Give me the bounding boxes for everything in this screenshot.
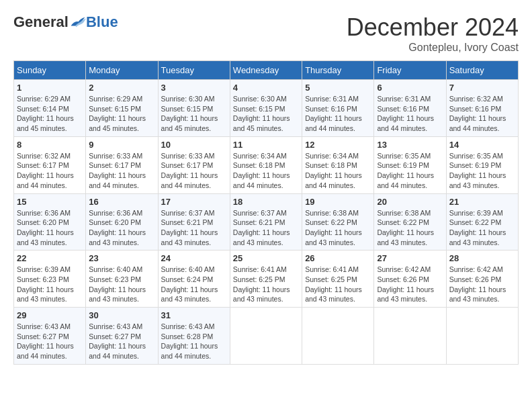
day-number: 3 [161, 83, 227, 93]
day-info: Sunrise: 6:42 AMSunset: 6:26 PMDaylight:… [377, 265, 434, 303]
col-thursday: Thursday [302, 61, 374, 80]
day-number: 31 [161, 310, 227, 320]
calendar-day-28: 28Sunrise: 6:42 AMSunset: 6:26 PMDayligh… [446, 250, 518, 308]
day-info: Sunrise: 6:40 AMSunset: 6:23 PMDaylight:… [89, 265, 146, 303]
calendar-day-15: 15Sunrise: 6:36 AMSunset: 6:20 PMDayligh… [14, 193, 86, 250]
calendar-day-26: 26Sunrise: 6:41 AMSunset: 6:25 PMDayligh… [302, 250, 374, 308]
calendar-empty [230, 308, 302, 365]
day-info: Sunrise: 6:30 AMSunset: 6:15 PMDaylight:… [233, 95, 290, 132]
col-saturday: Saturday [446, 61, 518, 80]
day-info: Sunrise: 6:35 AMSunset: 6:19 PMDaylight:… [377, 152, 434, 189]
day-info: Sunrise: 6:33 AMSunset: 6:17 PMDaylight:… [89, 152, 146, 189]
day-number: 27 [377, 253, 443, 263]
calendar-table: Sunday Monday Tuesday Wednesday Thursday… [13, 60, 519, 365]
col-friday: Friday [374, 61, 446, 80]
calendar-day-17: 17Sunrise: 6:37 AMSunset: 6:21 PMDayligh… [158, 193, 230, 250]
calendar-week-3: 15Sunrise: 6:36 AMSunset: 6:20 PMDayligh… [14, 193, 519, 250]
day-number: 19 [305, 197, 371, 207]
day-number: 1 [17, 83, 83, 93]
day-number: 24 [161, 253, 227, 263]
calendar-day-29: 29Sunrise: 6:43 AMSunset: 6:27 PMDayligh… [14, 308, 86, 365]
day-number: 6 [377, 83, 443, 93]
day-info: Sunrise: 6:38 AMSunset: 6:22 PMDaylight:… [305, 209, 362, 246]
calendar-day-20: 20Sunrise: 6:38 AMSunset: 6:22 PMDayligh… [374, 193, 446, 250]
day-number: 20 [377, 197, 443, 207]
calendar-day-30: 30Sunrise: 6:43 AMSunset: 6:27 PMDayligh… [86, 308, 158, 365]
title-area: December 2024 Gontepleu, Ivory Coast [347, 13, 519, 54]
day-info: Sunrise: 6:41 AMSunset: 6:25 PMDaylight:… [233, 265, 290, 303]
day-info: Sunrise: 6:29 AMSunset: 6:14 PMDaylight:… [17, 95, 74, 132]
day-number: 5 [305, 83, 371, 93]
calendar-day-5: 5Sunrise: 6:31 AMSunset: 6:16 PMDaylight… [302, 80, 374, 137]
calendar-day-2: 2Sunrise: 6:29 AMSunset: 6:15 PMDaylight… [86, 80, 158, 137]
day-info: Sunrise: 6:42 AMSunset: 6:26 PMDaylight:… [449, 265, 506, 303]
day-number: 15 [17, 197, 83, 207]
calendar-day-11: 11Sunrise: 6:34 AMSunset: 6:18 PMDayligh… [230, 136, 302, 193]
logo-general-text: General [13, 13, 69, 31]
calendar-day-18: 18Sunrise: 6:37 AMSunset: 6:21 PMDayligh… [230, 193, 302, 250]
day-number: 13 [377, 140, 443, 150]
calendar-day-6: 6Sunrise: 6:31 AMSunset: 6:16 PMDaylight… [374, 80, 446, 137]
calendar-day-9: 9Sunrise: 6:33 AMSunset: 6:17 PMDaylight… [86, 136, 158, 193]
page-header: General Blue December 2024 Gontepleu, Iv… [13, 13, 519, 54]
calendar-day-7: 7Sunrise: 6:32 AMSunset: 6:16 PMDaylight… [446, 80, 518, 137]
calendar-day-27: 27Sunrise: 6:42 AMSunset: 6:26 PMDayligh… [374, 250, 446, 308]
day-info: Sunrise: 6:40 AMSunset: 6:24 PMDaylight:… [161, 265, 218, 303]
day-number: 2 [89, 83, 154, 93]
calendar-day-23: 23Sunrise: 6:40 AMSunset: 6:23 PMDayligh… [86, 250, 158, 308]
calendar-day-21: 21Sunrise: 6:39 AMSunset: 6:22 PMDayligh… [446, 193, 518, 250]
day-info: Sunrise: 6:33 AMSunset: 6:17 PMDaylight:… [161, 152, 218, 189]
day-number: 23 [89, 253, 154, 263]
day-info: Sunrise: 6:37 AMSunset: 6:21 PMDaylight:… [233, 209, 290, 246]
day-number: 10 [161, 140, 227, 150]
day-info: Sunrise: 6:43 AMSunset: 6:27 PMDaylight:… [17, 322, 74, 360]
calendar-day-8: 8Sunrise: 6:32 AMSunset: 6:17 PMDaylight… [14, 136, 86, 193]
day-number: 30 [89, 310, 154, 320]
col-sunday: Sunday [14, 61, 86, 80]
calendar-day-4: 4Sunrise: 6:30 AMSunset: 6:15 PMDaylight… [230, 80, 302, 137]
calendar-day-16: 16Sunrise: 6:36 AMSunset: 6:20 PMDayligh… [86, 193, 158, 250]
day-info: Sunrise: 6:31 AMSunset: 6:16 PMDaylight:… [377, 95, 434, 132]
day-number: 17 [161, 197, 227, 207]
calendar-header-row: Sunday Monday Tuesday Wednesday Thursday… [14, 61, 519, 80]
day-number: 9 [89, 140, 154, 150]
calendar-empty [302, 308, 374, 365]
calendar-day-14: 14Sunrise: 6:35 AMSunset: 6:19 PMDayligh… [446, 136, 518, 193]
calendar-week-2: 8Sunrise: 6:32 AMSunset: 6:17 PMDaylight… [14, 136, 519, 193]
day-number: 12 [305, 140, 371, 150]
calendar-day-10: 10Sunrise: 6:33 AMSunset: 6:17 PMDayligh… [158, 136, 230, 193]
day-number: 4 [233, 83, 299, 93]
day-info: Sunrise: 6:36 AMSunset: 6:20 PMDaylight:… [89, 209, 146, 246]
day-number: 16 [89, 197, 154, 207]
day-info: Sunrise: 6:31 AMSunset: 6:16 PMDaylight:… [305, 95, 362, 132]
day-number: 29 [17, 310, 83, 320]
day-number: 18 [233, 197, 299, 207]
day-number: 21 [449, 197, 515, 207]
calendar-day-31: 31Sunrise: 6:43 AMSunset: 6:28 PMDayligh… [158, 308, 230, 365]
day-number: 28 [449, 253, 515, 263]
calendar-day-3: 3Sunrise: 6:30 AMSunset: 6:15 PMDaylight… [158, 80, 230, 137]
day-info: Sunrise: 6:39 AMSunset: 6:22 PMDaylight:… [449, 209, 506, 246]
col-wednesday: Wednesday [230, 61, 302, 80]
col-monday: Monday [86, 61, 158, 80]
day-info: Sunrise: 6:36 AMSunset: 6:20 PMDaylight:… [17, 209, 74, 246]
day-info: Sunrise: 6:35 AMSunset: 6:19 PMDaylight:… [449, 152, 506, 189]
calendar-week-4: 22Sunrise: 6:39 AMSunset: 6:23 PMDayligh… [14, 250, 519, 308]
calendar-day-13: 13Sunrise: 6:35 AMSunset: 6:19 PMDayligh… [374, 136, 446, 193]
logo-bird-icon [70, 15, 86, 29]
logo: General Blue [13, 13, 118, 31]
day-number: 7 [449, 83, 515, 93]
calendar-day-24: 24Sunrise: 6:40 AMSunset: 6:24 PMDayligh… [158, 250, 230, 308]
day-number: 26 [305, 253, 371, 263]
day-info: Sunrise: 6:30 AMSunset: 6:15 PMDaylight:… [161, 95, 218, 132]
calendar-week-1: 1Sunrise: 6:29 AMSunset: 6:14 PMDaylight… [14, 80, 519, 137]
day-number: 22 [17, 253, 83, 263]
day-number: 11 [233, 140, 299, 150]
day-info: Sunrise: 6:43 AMSunset: 6:27 PMDaylight:… [89, 322, 146, 360]
col-tuesday: Tuesday [158, 61, 230, 80]
day-info: Sunrise: 6:38 AMSunset: 6:22 PMDaylight:… [377, 209, 434, 246]
calendar-day-25: 25Sunrise: 6:41 AMSunset: 6:25 PMDayligh… [230, 250, 302, 308]
calendar-day-12: 12Sunrise: 6:34 AMSunset: 6:18 PMDayligh… [302, 136, 374, 193]
day-info: Sunrise: 6:32 AMSunset: 6:16 PMDaylight:… [449, 95, 506, 132]
calendar-week-5: 29Sunrise: 6:43 AMSunset: 6:27 PMDayligh… [14, 308, 519, 365]
